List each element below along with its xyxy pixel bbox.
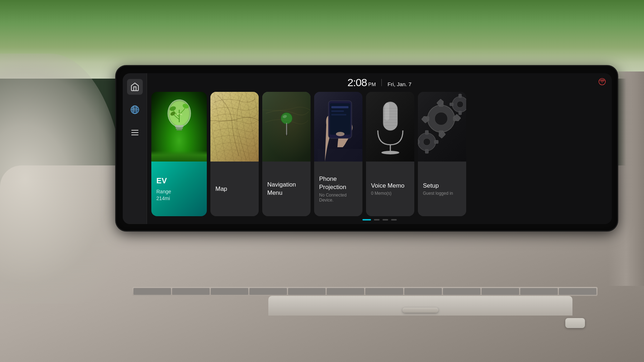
cards-area: EV Range 214mi <box>147 92 612 219</box>
header-right <box>598 78 606 88</box>
navigation-menu-label: Navigation Menu <box>267 181 306 197</box>
sidebar <box>123 73 147 224</box>
svg-rect-25 <box>331 110 344 112</box>
header: 2:08 PM Fri, Jan. 7 <box>147 73 612 92</box>
gears-icon <box>418 94 466 158</box>
svg-rect-52 <box>459 111 462 115</box>
svg-line-9 <box>603 80 604 81</box>
voice-card-info: Voice Memo 0 Memo(s) <box>366 162 414 216</box>
ev-card[interactable]: EV Range 214mi <box>151 92 207 216</box>
left-dashboard-arm <box>0 54 125 304</box>
dashboard-chrome <box>268 296 572 316</box>
svg-rect-58 <box>425 130 429 134</box>
page-dot-1[interactable] <box>362 219 371 220</box>
svg-point-50 <box>457 101 463 108</box>
setup-label: Setup <box>423 182 461 189</box>
phone-card-info: Phone Projection No Connected Device. <box>314 162 362 216</box>
svg-point-57 <box>423 138 430 145</box>
air-vent <box>132 287 597 296</box>
home-button[interactable] <box>127 79 143 95</box>
page-dot-3[interactable] <box>382 219 388 220</box>
svg-rect-53 <box>450 103 453 106</box>
microphone-icon <box>374 98 406 155</box>
svg-rect-36 <box>385 103 389 120</box>
main-content: 2:08 PM Fri, Jan. 7 <box>147 73 612 224</box>
menu-button[interactable] <box>127 125 143 140</box>
ev-range: Range 214mi <box>156 188 202 201</box>
phone-card-image <box>314 92 362 162</box>
nav-card-image <box>262 92 311 162</box>
svg-rect-26 <box>331 114 346 115</box>
setup-card-info: Setup Guest logged in <box>418 162 466 216</box>
signal-icon <box>598 80 606 87</box>
svg-rect-14 <box>176 129 182 130</box>
voice-card-image <box>366 92 414 162</box>
time-value: 2:08 <box>347 76 367 89</box>
svg-rect-24 <box>331 106 348 108</box>
setup-sublabel: Guest logged in <box>423 191 461 196</box>
header-divider <box>381 79 382 86</box>
ev-card-image <box>151 92 207 162</box>
map-lines-svg <box>210 92 259 162</box>
svg-rect-61 <box>434 140 438 144</box>
map-label: Map <box>215 185 227 193</box>
map-card-image <box>210 92 259 162</box>
setup-card[interactable]: Setup Guest logged in <box>418 92 466 216</box>
svg-point-8 <box>602 82 602 83</box>
dashboard-handle[interactable] <box>402 308 438 313</box>
svg-point-40 <box>435 112 448 125</box>
svg-rect-59 <box>425 149 429 153</box>
map-card-info: Map <box>210 162 259 216</box>
voice-memo-count: 0 Memo(s) <box>371 191 409 196</box>
lightbulb-icon <box>161 94 197 147</box>
voice-memo-card[interactable]: Voice Memo 0 Memo(s) <box>366 92 414 216</box>
time-display: 2:08 PM Fri, Jan. 7 <box>347 76 411 89</box>
svg-point-27 <box>336 132 345 136</box>
ev-label: EV <box>156 176 202 185</box>
page-dot-4[interactable] <box>391 219 397 220</box>
svg-rect-12 <box>175 125 184 127</box>
page-indicators <box>147 219 612 224</box>
phone-sublabel: No Connected Device. <box>319 193 357 203</box>
time-ampm: PM <box>368 81 376 87</box>
map-card[interactable]: Map <box>210 92 259 216</box>
phone-hand-icon <box>318 95 362 162</box>
globe-button[interactable] <box>127 102 143 118</box>
svg-point-3 <box>131 106 139 114</box>
ev-card-info: EV Range 214mi <box>151 162 207 216</box>
car-screen: 2:08 PM Fri, Jan. 7 <box>123 73 612 224</box>
svg-point-38 <box>381 151 399 154</box>
nav-card-info: Navigation Menu <box>262 162 311 216</box>
svg-rect-60 <box>418 140 419 144</box>
phone-projection-label: Phone Projection <box>319 175 357 191</box>
svg-rect-13 <box>176 127 183 129</box>
navigation-menu-card[interactable]: Navigation Menu <box>262 92 311 216</box>
dashboard-knob[interactable] <box>565 318 585 328</box>
svg-rect-51 <box>459 94 462 98</box>
date-value: Fri, Jan. 7 <box>387 81 411 87</box>
svg-point-7 <box>599 78 605 85</box>
page-dot-2[interactable] <box>374 219 380 220</box>
setup-card-image <box>418 92 466 162</box>
phone-projection-card[interactable]: Phone Projection No Connected Device. <box>314 92 362 216</box>
svg-rect-21 <box>318 149 362 162</box>
voice-memo-label: Voice Memo <box>371 182 409 189</box>
